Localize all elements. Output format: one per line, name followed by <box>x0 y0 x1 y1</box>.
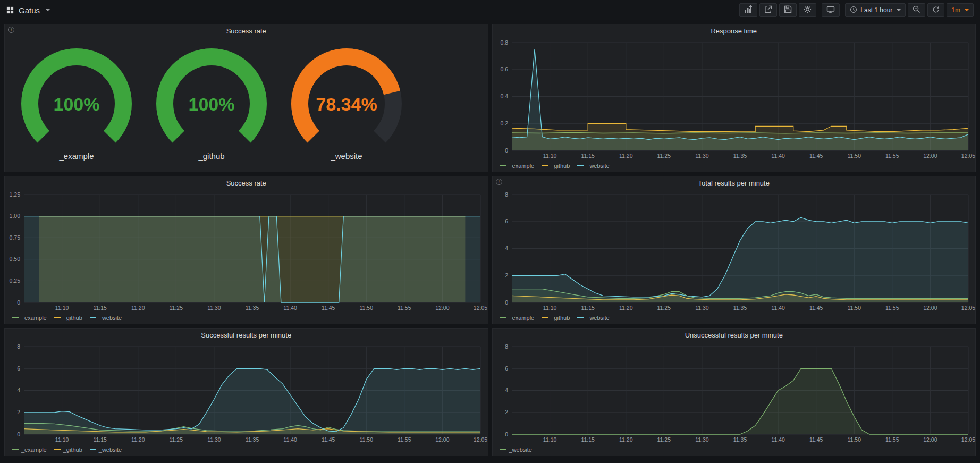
legend-item-github[interactable]: _github <box>54 315 82 321</box>
navbar-right: Last 1 hour 1m <box>739 3 974 17</box>
chart-canvas[interactable]: 0246811:1011:1511:2011:2511:3011:3511:40… <box>493 341 976 445</box>
svg-text:11:15: 11:15 <box>581 153 595 159</box>
gauge-label: _website <box>331 151 362 161</box>
legend-item-website[interactable]: _website <box>577 315 609 321</box>
response-time-chart[interactable]: 00.20.40.60.811:1011:1511:2011:2511:3011… <box>493 37 976 161</box>
chart-legend: _example_github_website <box>5 445 488 456</box>
svg-text:11:15: 11:15 <box>93 436 107 443</box>
svg-text:1.25: 1.25 <box>10 191 21 198</box>
refresh-interval-dropdown[interactable]: 1m <box>947 3 974 17</box>
svg-text:11:50: 11:50 <box>360 436 374 443</box>
svg-text:2: 2 <box>505 272 508 279</box>
successful-results-chart[interactable]: 0246811:1011:1511:2011:2511:3011:3511:40… <box>5 341 488 445</box>
time-range-button[interactable]: Last 1 hour <box>845 3 906 17</box>
cycle-view-button[interactable] <box>822 3 840 17</box>
svg-text:11:50: 11:50 <box>360 305 374 311</box>
chart-canvas[interactable]: 0246811:1011:1511:2011:2511:3011:3511:40… <box>5 341 488 445</box>
chart-canvas[interactable]: 00.20.40.60.811:1011:1511:2011:2511:3011… <box>493 37 976 161</box>
svg-text:11:55: 11:55 <box>398 436 411 443</box>
svg-text:11:50: 11:50 <box>847 305 861 311</box>
svg-text:11:35: 11:35 <box>246 436 259 443</box>
svg-text:11:45: 11:45 <box>322 436 335 443</box>
panel-info-icon[interactable]: i <box>8 27 14 33</box>
unsuccessful-results-chart[interactable]: 0246811:1011:1511:2011:2511:3011:3511:40… <box>493 341 976 445</box>
share-button[interactable] <box>759 3 777 17</box>
panel-info-icon[interactable]: i <box>496 179 502 185</box>
add-panel-icon <box>744 5 753 15</box>
svg-text:8: 8 <box>505 191 508 198</box>
svg-text:11:35: 11:35 <box>733 153 747 159</box>
panel-response-time: Response time 00.20.40.60.811:1011:1511:… <box>492 24 976 172</box>
legend-item-website[interactable]: _website <box>577 163 609 169</box>
dashboard-title[interactable]: Gatus <box>19 6 40 15</box>
svg-text:11:20: 11:20 <box>131 305 145 311</box>
settings-button[interactable] <box>799 3 816 17</box>
legend-item-example[interactable]: _example <box>500 315 535 321</box>
legend-item-github[interactable]: _github <box>542 163 570 169</box>
panel-title[interactable]: Success rate <box>5 24 488 37</box>
panel-title[interactable]: Total results per minute <box>493 176 976 189</box>
dashboard-caret-icon[interactable] <box>46 9 50 11</box>
svg-text:11:40: 11:40 <box>283 436 297 443</box>
chart-canvas[interactable]: 0246811:1011:1511:2011:2511:3011:3511:40… <box>493 189 976 313</box>
chart-legend: _example_github_website <box>493 161 976 172</box>
save-button[interactable] <box>779 3 797 17</box>
legend-item-example[interactable]: _example <box>500 163 535 169</box>
add-panel-button[interactable] <box>739 3 757 17</box>
legend-item-website[interactable]: _website <box>90 315 122 321</box>
panel-title[interactable]: Success rate <box>5 176 488 189</box>
svg-text:6: 6 <box>17 365 20 372</box>
panel-title[interactable]: Successful results per minute <box>5 329 488 341</box>
navbar: Gatus Last 1 hour <box>0 0 980 20</box>
settings-gear-icon <box>804 5 812 15</box>
svg-text:11:15: 11:15 <box>93 305 107 311</box>
svg-text:11:45: 11:45 <box>322 305 335 311</box>
dashboards-grid-icon[interactable] <box>6 6 14 14</box>
svg-text:11:30: 11:30 <box>695 305 709 311</box>
svg-text:11:35: 11:35 <box>733 436 747 443</box>
svg-text:11:45: 11:45 <box>809 305 823 311</box>
svg-text:11:10: 11:10 <box>55 436 69 443</box>
svg-text:11:20: 11:20 <box>131 436 145 443</box>
svg-text:11:55: 11:55 <box>885 153 899 159</box>
legend-item-website[interactable]: _website <box>500 447 532 453</box>
save-icon <box>784 5 792 15</box>
svg-text:8: 8 <box>17 343 20 350</box>
svg-text:11:10: 11:10 <box>543 153 556 159</box>
refresh-button[interactable] <box>927 3 944 17</box>
legend-item-github[interactable]: _github <box>54 447 82 453</box>
total-results-chart[interactable]: 0246811:1011:1511:2011:2511:3011:3511:40… <box>493 189 976 313</box>
svg-text:12:05: 12:05 <box>474 305 487 311</box>
legend-item-website[interactable]: _website <box>90 447 122 453</box>
gauge-label: _example <box>59 151 94 161</box>
svg-text:12:00: 12:00 <box>923 436 937 443</box>
success-rate-chart[interactable]: 00.250.500.751.001.2511:1011:1511:2011:2… <box>5 189 488 313</box>
svg-text:12:00: 12:00 <box>435 305 449 311</box>
svg-text:12:00: 12:00 <box>923 153 937 159</box>
gauge-arc: 100% <box>144 48 279 150</box>
share-icon <box>764 5 772 15</box>
panel-successful-results: Successful results per minute 0246811:10… <box>4 328 488 456</box>
clock-icon <box>850 6 857 15</box>
legend-item-example[interactable]: _example <box>12 447 47 453</box>
svg-text:11:45: 11:45 <box>809 436 823 443</box>
chart-canvas[interactable]: 00.250.500.751.001.2511:1011:1511:2011:2… <box>5 189 488 313</box>
panel-title[interactable]: Unsuccessful results per minute <box>493 329 976 341</box>
svg-text:11:30: 11:30 <box>695 153 709 159</box>
panel-success-rate-timeseries: Success rate 00.250.500.751.001.2511:101… <box>4 176 488 324</box>
zoom-out-button[interactable] <box>908 3 925 17</box>
svg-text:12:00: 12:00 <box>923 305 937 311</box>
svg-text:11:45: 11:45 <box>809 153 823 159</box>
svg-text:0.75: 0.75 <box>10 234 21 241</box>
gauge-github: 100%_github <box>144 48 279 161</box>
refresh-interval-label: 1m <box>951 6 960 14</box>
gauge-example: 100%_example <box>9 48 144 161</box>
svg-text:11:20: 11:20 <box>619 153 633 159</box>
gauge-arc: 100% <box>9 48 144 150</box>
cycle-view-monitor-icon <box>826 5 835 15</box>
panel-title[interactable]: Response time <box>493 24 976 37</box>
legend-item-github[interactable]: _github <box>542 315 570 321</box>
svg-text:0.8: 0.8 <box>500 39 508 46</box>
svg-text:100%: 100% <box>54 94 100 114</box>
legend-item-example[interactable]: _example <box>12 315 47 321</box>
